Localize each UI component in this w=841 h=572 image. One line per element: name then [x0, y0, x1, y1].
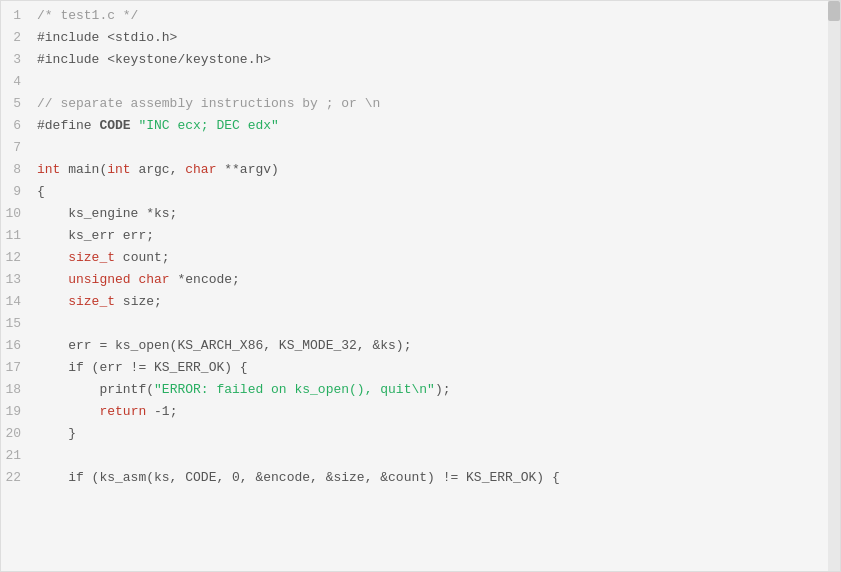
code-line-5: 5 // separate assembly instructions by ;…	[1, 93, 828, 115]
code-line-10: 10 ks_engine *ks;	[1, 203, 828, 225]
code-line-7: 7	[1, 137, 828, 159]
code-line-16: 16 err = ks_open(KS_ARCH_X86, KS_MODE_32…	[1, 335, 828, 357]
code-editor: 1 /* test1.c */ 2 #include <stdio.h> 3 #…	[0, 0, 841, 572]
code-line-20: 20 }	[1, 423, 828, 445]
code-line-3: 3 #include <keystone/keystone.h>	[1, 49, 828, 71]
code-line-9: 9 {	[1, 181, 828, 203]
code-line-17: 17 if (err != KS_ERR_OK) {	[1, 357, 828, 379]
code-line-18: 18 printf("ERROR: failed on ks_open(), q…	[1, 379, 828, 401]
code-line-12: 12 size_t count;	[1, 247, 828, 269]
code-line-14: 14 size_t size;	[1, 291, 828, 313]
code-line-2: 2 #include <stdio.h>	[1, 27, 828, 49]
code-line-6: 6 #define CODE "INC ecx; DEC edx"	[1, 115, 828, 137]
code-line-1: 1 /* test1.c */	[1, 5, 828, 27]
scrollbar-thumb[interactable]	[828, 1, 840, 21]
code-line-22: 22 if (ks_asm(ks, CODE, 0, &encode, &siz…	[1, 467, 828, 489]
code-line-19: 19 return -1;	[1, 401, 828, 423]
code-line-4: 4	[1, 71, 828, 93]
code-line-13: 13 unsigned char *encode;	[1, 269, 828, 291]
code-line-11: 11 ks_err err;	[1, 225, 828, 247]
code-line-15: 15	[1, 313, 828, 335]
scrollbar-track[interactable]	[828, 1, 840, 571]
code-line-21: 21	[1, 445, 828, 467]
code-line-8: 8 int main(int argc, char **argv)	[1, 159, 828, 181]
